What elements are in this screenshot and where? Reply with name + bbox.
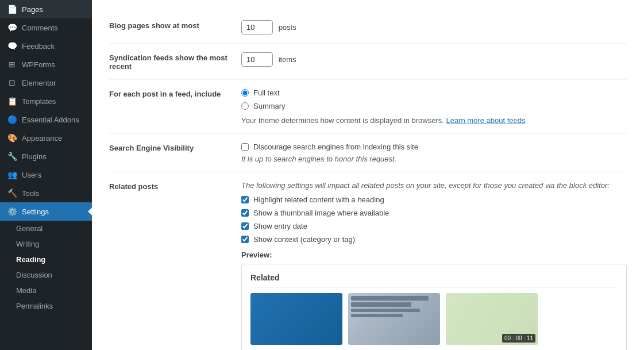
sidebar-item-elementor[interactable]: ⊡ Elementor (0, 74, 92, 92)
appearance-icon: 🎨 (7, 133, 17, 143)
sidebar-item-plugins[interactable]: 🔧 Plugins (0, 147, 92, 166)
preview-image-1 (250, 293, 342, 345)
feed-content-row: For each post in a feed, include Full te… (109, 80, 627, 134)
sidebar-item-label: Elementor (22, 79, 56, 87)
summary-radio-item[interactable]: Summary (241, 102, 627, 110)
submenu-discussion[interactable]: Discussion (0, 267, 92, 283)
sidebar-item-tools[interactable]: 🔨 Tools (0, 184, 92, 202)
search-engine-row: Search Engine Visibility Discourage sear… (109, 134, 627, 172)
related-posts-checkboxes: Highlight related content with a heading… (241, 195, 627, 244)
sidebar-item-feedback[interactable]: 🗨️ Feedback (0, 37, 92, 55)
templates-icon: 📋 (7, 97, 17, 106)
sidebar-item-label: Plugins (22, 152, 47, 161)
submenu-reading[interactable]: Reading (0, 252, 92, 267)
thumbnail-label: Show a thumbnail image where available (253, 209, 389, 217)
sidebar-item-label: Appearance (22, 134, 62, 143)
preview-images: 00 : 00 : 11 (250, 293, 618, 345)
settings-icon: ⚙️ (7, 207, 17, 216)
sidebar-item-label: Templates (22, 97, 56, 106)
entry-date-label: Show entry date (253, 222, 307, 230)
preview-image-2 (348, 293, 440, 345)
syndication-feeds-suffix: items (279, 55, 296, 64)
sidebar-item-label: Feedback (22, 42, 55, 51)
sidebar-item-label: Comments (22, 24, 58, 32)
highlight-checkbox-item[interactable]: Highlight related content with a heading (241, 195, 627, 204)
blog-pages-control: posts (241, 20, 627, 34)
blog-pages-input[interactable] (241, 20, 273, 34)
highlight-checkbox[interactable] (241, 196, 249, 203)
elementor-icon: ⊡ (7, 78, 17, 87)
theme-note-text: Your theme determines how content is dis… (241, 116, 444, 125)
essential-addons-icon: 🔵 (7, 115, 17, 124)
preview-image-3: 00 : 00 : 11 (446, 293, 538, 345)
feed-content-control: Full text Summary Your theme determines … (241, 89, 627, 125)
feed-radio-group: Full text Summary (241, 89, 627, 110)
full-text-radio-item[interactable]: Full text (241, 89, 627, 97)
sidebar-item-settings[interactable]: ⚙️ Settings (0, 202, 92, 221)
highlight-label: Highlight related content with a heading (253, 195, 384, 204)
feed-content-label: For each post in a feed, include (109, 89, 241, 98)
syndication-feeds-input[interactable] (241, 52, 273, 67)
search-engine-note: It is up to search engines to honor this… (241, 155, 627, 163)
sidebar-item-label: Tools (22, 189, 39, 198)
sidebar-item-label: WPForms (22, 60, 55, 69)
settings-content: Blog pages show at most posts Syndicatio… (92, 0, 644, 350)
sidebar-item-wpforms[interactable]: ⊞ WPForms (0, 55, 92, 74)
sidebar-item-templates[interactable]: 📋 Templates (0, 92, 92, 110)
summary-label: Summary (253, 102, 286, 110)
discourage-checkbox[interactable] (241, 143, 249, 151)
submenu-permalinks[interactable]: Permalinks (0, 298, 92, 314)
sidebar-item-label: Settings (22, 207, 49, 216)
discourage-label: Discourage search engines from indexing … (253, 143, 418, 151)
thumbnail-checkbox[interactable] (241, 209, 249, 217)
related-posts-row: Related posts The following settings wil… (109, 172, 627, 350)
theme-note: Your theme determines how content is dis… (241, 116, 627, 125)
blog-pages-suffix: posts (279, 23, 296, 32)
wpforms-icon: ⊞ (7, 60, 17, 69)
related-posts-control: The following settings will impact all r… (241, 181, 627, 350)
submenu-writing[interactable]: Writing (0, 236, 92, 252)
blog-pages-label: Blog pages show at most (109, 20, 241, 30)
summary-radio[interactable] (241, 102, 249, 110)
sidebar-item-label: Pages (22, 5, 43, 14)
feedback-icon: 🗨️ (7, 41, 17, 51)
thumbnail-checkbox-item[interactable]: Show a thumbnail image where available (241, 209, 627, 217)
blog-pages-row: Blog pages show at most posts (109, 11, 627, 44)
plugins-icon: 🔧 (7, 152, 17, 161)
pages-icon: 📄 (7, 5, 17, 14)
sidebar-item-essential-addons[interactable]: 🔵 Essential Addons (0, 110, 92, 129)
preview-label: Preview: (241, 251, 627, 259)
full-text-radio[interactable] (241, 89, 249, 97)
full-text-label: Full text (253, 89, 280, 97)
video-timer: 00 : 00 : 11 (502, 334, 535, 343)
settings-submenu: General Writing Reading Discussion Media… (0, 221, 92, 314)
tools-icon: 🔨 (7, 189, 17, 198)
search-engine-label: Search Engine Visibility (109, 143, 241, 152)
active-arrow (88, 207, 92, 216)
comments-icon: 💬 (7, 23, 17, 32)
related-posts-note: The following settings will impact all r… (241, 181, 627, 190)
submenu-media[interactable]: Media (0, 283, 92, 298)
context-checkbox[interactable] (241, 236, 249, 243)
related-posts-label: Related posts (109, 181, 241, 191)
entry-date-checkbox[interactable] (241, 222, 249, 230)
entry-date-checkbox-item[interactable]: Show entry date (241, 222, 627, 230)
preview-box: Related (241, 264, 627, 350)
sidebar-item-comments[interactable]: 💬 Comments (0, 18, 92, 37)
submenu-general[interactable]: General (0, 221, 92, 236)
syndication-feeds-row: Syndication feeds show the most recent i… (109, 44, 627, 80)
sidebar-item-pages[interactable]: 📄 Pages (0, 0, 92, 18)
sidebar-item-appearance[interactable]: 🎨 Appearance (0, 129, 92, 147)
context-label: Show context (category or tag) (253, 235, 355, 244)
main-content: Blog pages show at most posts Syndicatio… (92, 0, 644, 350)
search-engine-control: Discourage search engines from indexing … (241, 143, 627, 163)
sidebar-item-users[interactable]: 👥 Users (0, 166, 92, 184)
sidebar-item-label: Users (22, 171, 41, 179)
discourage-checkbox-item[interactable]: Discourage search engines from indexing … (241, 143, 627, 151)
learn-more-link[interactable]: Learn more about feeds (446, 116, 526, 125)
sidebar-item-label: Essential Addons (22, 116, 79, 124)
syndication-feeds-control: items (241, 52, 627, 67)
syndication-feeds-label: Syndication feeds show the most recent (109, 52, 241, 71)
users-icon: 👥 (7, 170, 17, 179)
context-checkbox-item[interactable]: Show context (category or tag) (241, 235, 627, 244)
